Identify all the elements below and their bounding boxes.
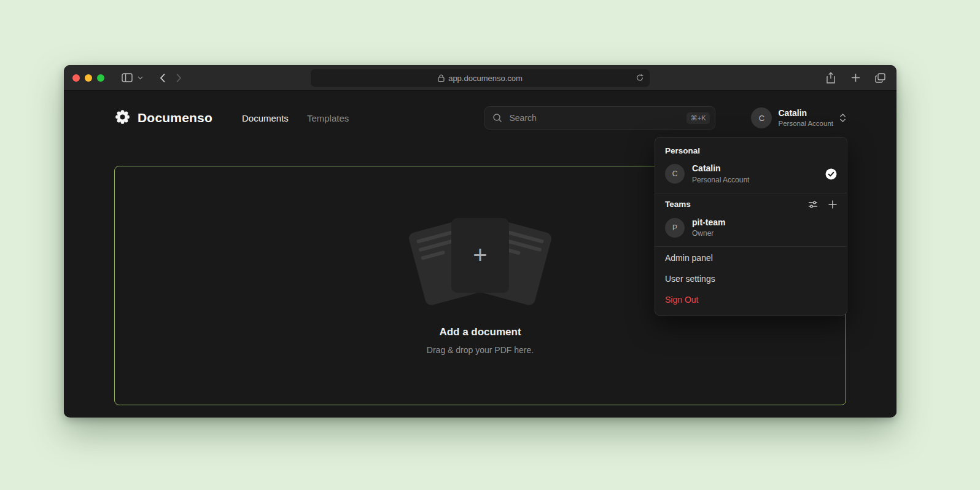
sidebar-toggle-icon[interactable] bbox=[119, 70, 135, 86]
menu-divider bbox=[655, 193, 847, 193]
personal-section-label: Personal bbox=[655, 140, 847, 160]
menu-divider bbox=[655, 246, 847, 247]
team-avatar: P bbox=[665, 218, 685, 238]
teams-section-label: Teams bbox=[665, 200, 691, 209]
personal-avatar: C bbox=[665, 164, 685, 184]
account-avatar: C bbox=[751, 107, 772, 128]
search-icon bbox=[492, 113, 502, 123]
nav-documents[interactable]: Documents bbox=[242, 113, 289, 123]
team-item-text: pit-team Owner bbox=[692, 217, 725, 239]
personal-account-type: Personal Account bbox=[692, 176, 749, 185]
documenso-app: Documenso Documents Templates ⌘+K C Cata… bbox=[64, 91, 896, 417]
team-name: pit-team bbox=[692, 217, 725, 228]
team-item[interactable]: P pit-team Owner bbox=[655, 214, 847, 246]
titlebar-right-controls bbox=[823, 70, 888, 86]
selected-check-icon bbox=[825, 168, 837, 180]
menu-item-admin-panel[interactable]: Admin panel bbox=[655, 247, 847, 268]
reload-icon[interactable] bbox=[632, 71, 647, 85]
share-icon[interactable] bbox=[823, 70, 839, 86]
document-stack-icon: + bbox=[415, 217, 545, 309]
tab-overview-icon[interactable] bbox=[872, 70, 888, 86]
dropzone-subtitle: Drag & drop your PDF here. bbox=[427, 345, 534, 355]
zoom-window-button[interactable] bbox=[97, 74, 104, 82]
browser-titlebar: app.documenso.com bbox=[64, 65, 896, 91]
team-role: Owner bbox=[692, 229, 725, 238]
teams-section-header: Teams bbox=[655, 194, 847, 214]
personal-account-item[interactable]: C Catalin Personal Account bbox=[655, 160, 847, 192]
add-team-icon[interactable] bbox=[828, 200, 837, 209]
personal-account-name: Catalin bbox=[692, 163, 749, 174]
lock-icon bbox=[438, 74, 445, 82]
menu-item-sign-out[interactable]: Sign Out bbox=[655, 289, 847, 310]
brand-name: Documenso bbox=[138, 111, 212, 125]
browser-window: app.documenso.com bbox=[64, 65, 896, 418]
url-text: app.documenso.com bbox=[448, 73, 523, 82]
chevron-down-icon[interactable] bbox=[135, 70, 145, 86]
search-input[interactable] bbox=[508, 112, 680, 123]
minimize-window-button[interactable] bbox=[85, 74, 92, 82]
search-shortcut-badge: ⌘+K bbox=[686, 112, 710, 124]
personal-account-text: Catalin Personal Account bbox=[692, 163, 749, 185]
account-type: Personal Account bbox=[778, 119, 833, 128]
account-menu-button[interactable]: C Catalin Personal Account bbox=[751, 107, 846, 128]
forward-button[interactable] bbox=[171, 70, 187, 86]
account-name: Catalin bbox=[778, 108, 833, 119]
account-text: Catalin Personal Account bbox=[778, 108, 833, 128]
document-card-add: + bbox=[451, 218, 509, 293]
close-window-button[interactable] bbox=[72, 74, 80, 82]
documenso-logo-icon bbox=[114, 109, 131, 128]
account-dropdown-menu: Personal C Catalin Personal Account Team… bbox=[655, 137, 847, 316]
plus-icon: + bbox=[473, 243, 487, 267]
dropzone-title: Add a document bbox=[439, 326, 521, 338]
card-line bbox=[421, 250, 445, 260]
menu-item-user-settings[interactable]: User settings bbox=[655, 268, 847, 289]
chevrons-up-down-icon bbox=[839, 113, 846, 123]
manage-teams-icon[interactable] bbox=[808, 200, 818, 209]
teams-actions bbox=[808, 200, 837, 209]
address-bar[interactable]: app.documenso.com bbox=[311, 69, 650, 87]
nav-templates[interactable]: Templates bbox=[307, 113, 349, 123]
new-tab-icon[interactable] bbox=[847, 70, 863, 86]
back-button[interactable] bbox=[155, 70, 171, 86]
search-bar[interactable]: ⌘+K bbox=[484, 106, 715, 130]
main-nav: Documents Templates bbox=[242, 113, 349, 123]
window-controls bbox=[72, 74, 104, 82]
brand[interactable]: Documenso bbox=[114, 109, 212, 128]
